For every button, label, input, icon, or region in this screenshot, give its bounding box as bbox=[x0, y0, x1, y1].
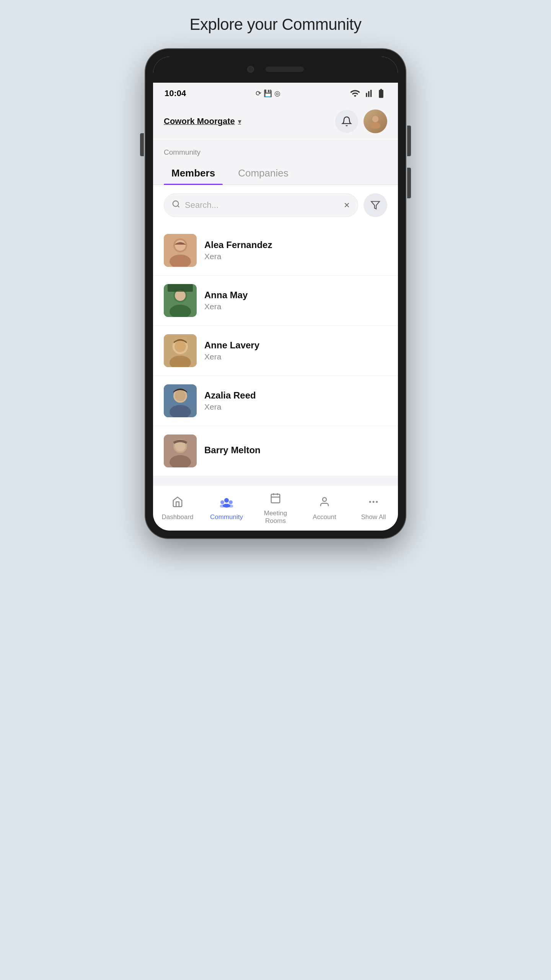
status-icons-left: ⟳ 💾 ◎ bbox=[256, 89, 280, 98]
avatar-face-svg bbox=[367, 113, 383, 129]
member-name: Barry Melton bbox=[204, 445, 387, 456]
member-avatar bbox=[164, 384, 197, 417]
member-name: Alea Fernandez bbox=[204, 240, 387, 250]
nav-item-community[interactable]: Community bbox=[202, 485, 251, 531]
avatar-svg bbox=[164, 234, 197, 267]
dots-icon bbox=[368, 496, 379, 508]
svg-point-20 bbox=[175, 390, 186, 401]
chevron-down-icon: ▾ bbox=[238, 118, 241, 125]
app-icon-2: 💾 bbox=[264, 89, 272, 98]
bottom-nav: Dashboard Community bbox=[153, 485, 398, 531]
member-company: Xera bbox=[204, 352, 387, 361]
nav-item-show-all[interactable]: Show All bbox=[349, 485, 398, 531]
battery-icon bbox=[376, 88, 386, 99]
svg-rect-12 bbox=[168, 284, 193, 292]
bell-icon bbox=[341, 116, 352, 127]
workspace-name: Cowork Moorgate bbox=[164, 116, 235, 126]
member-item[interactable]: Anne Lavery Xera bbox=[153, 326, 398, 376]
nav-label-show-all: Show All bbox=[361, 513, 386, 521]
avatar-svg bbox=[164, 384, 197, 417]
nav-item-account[interactable]: Account bbox=[300, 485, 349, 531]
filter-icon bbox=[370, 200, 380, 210]
svg-point-35 bbox=[323, 498, 326, 501]
speaker bbox=[266, 67, 304, 72]
avatar-svg bbox=[164, 284, 197, 317]
member-avatar bbox=[164, 234, 197, 267]
side-button-left bbox=[140, 133, 144, 156]
page-title: Explore your Community bbox=[190, 15, 362, 34]
app-header: Cowork Moorgate ▾ bbox=[153, 103, 398, 140]
nav-label-account: Account bbox=[313, 513, 336, 521]
svg-point-16 bbox=[174, 341, 186, 352]
phone-frame: 10:04 ⟳ 💾 ◎ Cowork Moorgate bbox=[145, 49, 406, 538]
svg-point-25 bbox=[224, 498, 229, 503]
status-time: 10:04 bbox=[165, 88, 186, 98]
svg-point-11 bbox=[175, 290, 186, 301]
member-name: Anna May bbox=[204, 290, 387, 301]
nav-label-community: Community bbox=[210, 513, 243, 521]
section-label: Community bbox=[153, 140, 398, 160]
camera bbox=[247, 66, 254, 73]
svg-point-2 bbox=[173, 201, 179, 207]
notification-button[interactable] bbox=[335, 110, 358, 133]
svg-point-38 bbox=[376, 501, 378, 503]
tabs-container: Members Companies bbox=[153, 160, 398, 185]
search-bar[interactable]: Search... ✕ bbox=[164, 193, 358, 217]
member-item[interactable]: Azalia Reed Xera bbox=[153, 376, 398, 426]
header-actions bbox=[335, 109, 387, 133]
member-company: Xera bbox=[204, 402, 387, 412]
app-icon-3: ◎ bbox=[274, 89, 280, 98]
svg-point-26 bbox=[220, 500, 224, 504]
avatar-image bbox=[364, 109, 387, 133]
svg-point-27 bbox=[229, 500, 233, 504]
search-clear-button[interactable]: ✕ bbox=[344, 201, 350, 210]
avatar-svg bbox=[164, 334, 197, 367]
more-icon bbox=[368, 496, 379, 510]
member-avatar bbox=[164, 434, 197, 467]
search-icon bbox=[172, 200, 180, 211]
avatar-placeholder bbox=[164, 434, 197, 467]
avatar-placeholder bbox=[164, 284, 197, 317]
nav-item-meeting-rooms[interactable]: MeetingRooms bbox=[251, 485, 300, 531]
search-placeholder: Search... bbox=[185, 200, 339, 210]
nav-item-dashboard[interactable]: Dashboard bbox=[153, 485, 202, 531]
member-info: Barry Melton bbox=[204, 445, 387, 457]
member-name: Azalia Reed bbox=[204, 390, 387, 401]
tab-companies[interactable]: Companies bbox=[230, 160, 296, 185]
svg-point-0 bbox=[372, 116, 379, 122]
member-list: Alea Fernandez Xera bbox=[153, 225, 398, 476]
svg-point-37 bbox=[373, 501, 375, 503]
member-info: Anna May Xera bbox=[204, 290, 387, 311]
search-container: Search... ✕ bbox=[153, 185, 398, 225]
avatar-placeholder bbox=[164, 234, 197, 267]
member-item[interactable]: Anna May Xera bbox=[153, 276, 398, 326]
person-icon bbox=[319, 496, 330, 510]
member-item[interactable]: Barry Melton bbox=[153, 426, 398, 476]
status-bar: 10:04 ⟳ 💾 ◎ bbox=[153, 83, 398, 103]
svg-rect-31 bbox=[271, 494, 280, 503]
member-avatar bbox=[164, 284, 197, 317]
phone-screen: 10:04 ⟳ 💾 ◎ Cowork Moorgate bbox=[153, 57, 398, 531]
calendar-icon bbox=[270, 492, 281, 506]
svg-marker-3 bbox=[371, 201, 380, 209]
tab-members[interactable]: Members bbox=[164, 160, 223, 185]
member-info: Alea Fernandez Xera bbox=[204, 240, 387, 261]
avatar-placeholder bbox=[164, 334, 197, 367]
signal-icon bbox=[363, 88, 373, 99]
avatar-svg bbox=[164, 434, 197, 467]
workspace-selector[interactable]: Cowork Moorgate ▾ bbox=[164, 116, 241, 126]
content-area: Community Members Companies Search... ✕ bbox=[153, 140, 398, 485]
member-info: Azalia Reed Xera bbox=[204, 390, 387, 412]
home-icon bbox=[172, 496, 183, 510]
filter-button[interactable] bbox=[364, 193, 387, 217]
member-item[interactable]: Alea Fernandez Xera bbox=[153, 225, 398, 276]
avatar-placeholder bbox=[164, 384, 197, 417]
status-icons-right bbox=[350, 88, 386, 99]
member-company: Xera bbox=[204, 252, 387, 261]
member-avatar bbox=[164, 334, 197, 367]
member-name: Anne Lavery bbox=[204, 340, 387, 351]
community-icon bbox=[220, 496, 233, 510]
member-company: Xera bbox=[204, 302, 387, 311]
wifi-icon bbox=[350, 88, 360, 99]
user-avatar[interactable] bbox=[364, 109, 387, 133]
